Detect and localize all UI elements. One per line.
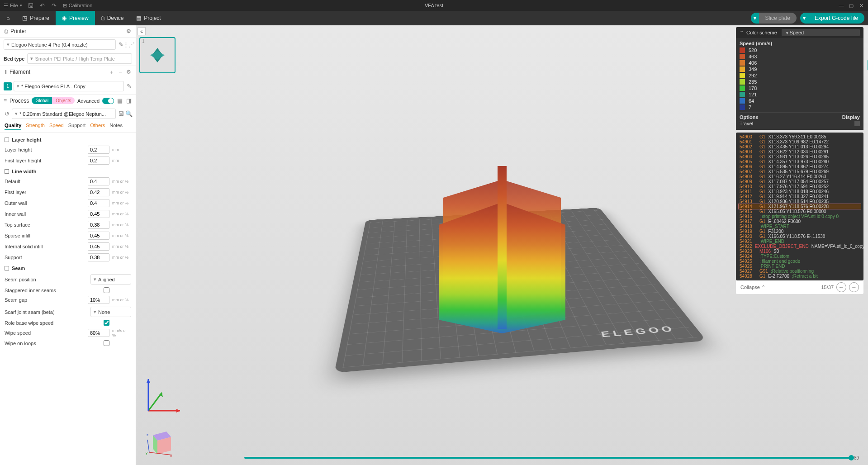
gcode-line[interactable]: 54905G1X114.357 Y113.973 E0.00280	[739, 159, 861, 164]
internal-solid-input[interactable]	[88, 242, 109, 251]
edit-icon[interactable]: ✎	[126, 83, 132, 90]
list-icon[interactable]: ▤	[117, 98, 123, 104]
gcode-line[interactable]: 54927G91;Relative positionning	[739, 269, 861, 274]
inner-wall-input[interactable]	[88, 210, 109, 218]
collapse-panel-icon[interactable]: «	[138, 27, 146, 35]
gcode-line[interactable]: 54911G1X118.923 Y118.018 E0.00246	[739, 189, 861, 194]
gcode-line[interactable]: 54921;WIPE_END	[739, 239, 861, 244]
gcode-line[interactable]: 54910G1X117.976 Y117.591 E0.00252	[739, 184, 861, 189]
filament-select[interactable]: ▾ * Elegoo Generic PLA - Copy	[14, 81, 124, 91]
save-preset-icon[interactable]: 🖫	[118, 111, 124, 117]
tab-speed[interactable]: Speed	[49, 123, 64, 130]
horizontal-slider[interactable]: 89	[244, 454, 859, 461]
gcode-line[interactable]: 54918;WIPE_START	[739, 224, 861, 229]
search-icon[interactable]: 🔍	[126, 111, 132, 117]
gcode-line[interactable]: 54913G1X120.936 Y118.514 E0.00235	[739, 199, 861, 204]
reset-icon[interactable]: ↺	[4, 111, 10, 117]
global-objects-toggle[interactable]: Global Objects	[32, 97, 75, 104]
export-dropdown-icon[interactable]: ▾	[800, 13, 808, 24]
first-layer-lw-input[interactable]	[88, 188, 109, 196]
gcode-line[interactable]: 54920G1X166.05 Y118.576 E-.11538	[739, 234, 861, 239]
redo-icon[interactable]: ↷	[51, 2, 57, 9]
tab-quality[interactable]: Quality	[5, 123, 21, 130]
close-icon[interactable]: ✕	[858, 2, 864, 9]
collapse-icon[interactable]: ⌃	[740, 30, 744, 36]
wifi-icon[interactable]: ⋮⋰	[126, 42, 132, 48]
role-wipe-checkbox[interactable]	[104, 320, 109, 326]
settings-scroll[interactable]: Layer height Layer heightmm First layer …	[0, 133, 136, 465]
slice-button[interactable]: ▾ Slice plate	[751, 13, 797, 24]
advanced-toggle[interactable]	[102, 98, 114, 104]
travel-checkbox[interactable]	[854, 121, 860, 126]
gcode-line[interactable]: 54908G1X116.27 Y116.414 E0.00263	[739, 174, 861, 179]
seam-gap-input[interactable]	[88, 296, 109, 304]
preview-tab[interactable]: ◉Preview	[56, 11, 95, 25]
gcode-line[interactable]: 54907G1X115.535 Y115.679 E0.00269	[739, 169, 861, 174]
sparse-infill-input[interactable]	[88, 232, 109, 240]
tab-others[interactable]: Others	[90, 123, 105, 130]
gcode-panel[interactable]: 54900G1X113.373 Y59.311 E0.0018554901G1X…	[736, 133, 863, 280]
next-button[interactable]: →	[849, 282, 859, 292]
gcode-line[interactable]: 54919G1F31200	[739, 229, 861, 234]
tab-strength[interactable]: Strength	[26, 123, 45, 130]
export-gcode-button[interactable]: ▾ Export G-code file	[800, 13, 864, 24]
gear-icon[interactable]: ⚙	[126, 69, 131, 75]
gcode-line[interactable]: 54904G1X113.931 Y113.026 E0.00285	[739, 154, 861, 159]
outer-wall-input[interactable]	[88, 199, 109, 207]
compare-icon[interactable]: ◨	[126, 98, 132, 104]
slice-dropdown-icon[interactable]: ▾	[751, 13, 759, 24]
prepare-tab[interactable]: ◳Prepare	[16, 11, 56, 25]
wipe-speed-input[interactable]	[88, 329, 109, 337]
tab-support[interactable]: Support	[68, 123, 86, 130]
support-lw-input[interactable]	[88, 253, 109, 261]
tab-notes[interactable]: Notes	[109, 123, 123, 130]
home-button[interactable]: ⌂	[0, 11, 16, 25]
gcode-line[interactable]: 54915G1X165.05 Y118.576 E0.00000	[739, 209, 861, 214]
maximize-icon[interactable]: ▢	[848, 2, 854, 9]
gcode-line[interactable]: 54923M106S0	[739, 249, 861, 254]
plate-thumbnail[interactable]: 1	[139, 37, 175, 73]
prev-button[interactable]: ←	[836, 282, 846, 292]
gcode-line[interactable]: 54925; filament end gcode	[739, 259, 861, 264]
first-layer-height-input[interactable]	[88, 157, 109, 165]
minimize-icon[interactable]: —	[838, 2, 844, 9]
process-preset-select[interactable]: ▾ * 0.20mm Standard @Elegoo Neptun...	[12, 109, 116, 119]
gear-icon[interactable]: ⚙	[126, 28, 131, 34]
undo-icon[interactable]: ↶	[39, 2, 46, 9]
cube-gizmo[interactable]: z x y	[144, 427, 175, 459]
gcode-line[interactable]: 54903G1X113.622 Y112.034 E0.00291	[739, 149, 861, 154]
device-tab[interactable]: ⎙Device	[95, 11, 130, 25]
scarf-select[interactable]: ▾None	[90, 307, 131, 317]
staggered-checkbox[interactable]	[104, 287, 109, 293]
gcode-line[interactable]: 54924;TYPE:Custom	[739, 254, 861, 259]
remove-icon[interactable]: −	[117, 69, 123, 75]
gcode-line[interactable]: 54922EXCLUDE_OBJECT_ENDNAME=VFA.stl_id_0…	[739, 244, 861, 249]
layer-height-input[interactable]	[88, 146, 109, 154]
gcode-line[interactable]: 54928G1E-2 F2700;Retract a bit	[739, 274, 861, 279]
hslider-thumb[interactable]	[849, 455, 854, 460]
gcode-line[interactable]: 54902G1X113.435 Y111.013 E0.00294	[739, 144, 861, 149]
wipe-loops-checkbox[interactable]	[104, 340, 109, 346]
gcode-line[interactable]: 54926;PRINT END	[739, 264, 861, 269]
filament-index-badge[interactable]: 1	[4, 82, 12, 90]
add-icon[interactable]: +	[108, 69, 114, 75]
project-tab[interactable]: ▤Project	[130, 11, 167, 25]
printer-select[interactable]: ▾ Elegoo Neptune 4 Pro (0.4 nozzle)	[4, 39, 116, 50]
gcode-line[interactable]: 54900G1X113.373 Y59.311 E0.00185	[739, 134, 861, 139]
default-lw-input[interactable]	[88, 177, 109, 185]
gcode-line[interactable]: 54909G1X117.087 Y117.054 E0.00257	[739, 179, 861, 184]
color-scheme-select[interactable]: ▾ Speed	[782, 29, 860, 36]
save-icon[interactable]: 🖫	[28, 2, 34, 9]
gcode-line[interactable]: 54906G1X114.895 Y114.862 E0.00274	[739, 164, 861, 169]
gcode-line[interactable]: 54916; stop printing object VFA.stl id:0…	[739, 214, 861, 219]
vertical-layer-slider[interactable]: 45190.00 + − 10.20	[866, 60, 868, 271]
gcode-line[interactable]: 54914G1X121.967 Y118.576 E0.00228	[739, 204, 861, 209]
gcode-line[interactable]: 54901G1X113.373 Y109.982 E0.14722	[739, 139, 861, 144]
gcode-line[interactable]: 54917G1E-.68462 F3600	[739, 219, 861, 224]
viewport-3d[interactable]: « 1 ELEGOO	[136, 25, 868, 465]
collapse-button[interactable]: Collapse ⌃	[740, 285, 765, 290]
gcode-line[interactable]: 54912G1X119.914 Y118.327 E0.00241	[739, 194, 861, 199]
seam-position-select[interactable]: ▾Aligned	[90, 274, 131, 285]
calibration-button[interactable]: ⊞ Calibration	[63, 3, 93, 9]
top-surface-input[interactable]	[88, 221, 109, 229]
